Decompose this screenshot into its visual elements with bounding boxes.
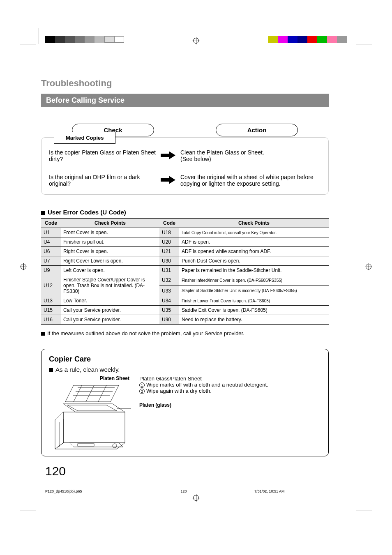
- step-number-icon: 1: [139, 382, 145, 388]
- svg-marker-11: [63, 412, 125, 443]
- error-codes-heading: User Error Codes (U Code): [41, 209, 329, 216]
- marked-copies-box: Marked Copies Is the copier Platen Glass…: [41, 137, 329, 195]
- bullet-icon: [41, 332, 45, 336]
- platen-glass-sheet-label: Platen Glass/Platen Sheet: [139, 375, 321, 382]
- table-header-row: Code Check Points Code Check Points: [41, 219, 329, 228]
- crop-mark-bl: [20, 511, 36, 527]
- bullet-icon: [49, 368, 53, 372]
- registration-mark-left: [20, 263, 27, 270]
- footer-page: 120: [138, 489, 230, 493]
- question-text: Is the original an OHP film or a dark or…: [49, 174, 156, 187]
- th-code: Code: [41, 219, 61, 228]
- table-row: U9Left Cover is open.U31Paper is remaine…: [41, 266, 329, 275]
- footer: P120_dp4510(pb).p65 120 7/31/02, 10:51 A…: [45, 489, 347, 493]
- footer-file: P120_dp4510(pb).p65: [45, 489, 138, 493]
- platen-sheet-label: Platen Sheet: [49, 375, 131, 381]
- table-row: U13Low Toner.U34Finisher Lower Front Cov…: [41, 296, 329, 306]
- th-checkpoints: Check Points: [61, 219, 159, 228]
- table-row: U12Finisher Staple Cover/Upper Cover is …: [41, 275, 329, 286]
- table-row: U15Call your Service provider.U35Saddle …: [41, 306, 329, 315]
- crop-mark-br: [356, 511, 372, 527]
- svg-marker-14: [69, 443, 123, 447]
- qa-row: Is the original an OHP film or a dark or…: [49, 174, 321, 187]
- arrow-icon: [156, 151, 180, 161]
- table-row: U6Right Cover is open.U21ADF is opened w…: [41, 247, 329, 256]
- colorbar-color: [268, 36, 347, 43]
- svg-marker-1: [161, 176, 175, 184]
- crop-mark-tr: [356, 28, 372, 44]
- table-row: U16Call your Service provider.U90Need to…: [41, 315, 329, 325]
- registration-mark-top: [192, 37, 200, 44]
- page-number: 120: [45, 464, 66, 478]
- page-content: Troubleshooting Before Calling Service C…: [41, 78, 329, 456]
- copier-care-body: Platen Sheet: [49, 375, 321, 452]
- th-code: Code: [159, 219, 179, 228]
- qa-row: Is the copier Platen Glass or Platen She…: [49, 149, 321, 162]
- registration-mark-bottom: [192, 494, 200, 502]
- copier-svg-icon: [49, 381, 131, 451]
- colorbar-grayscale: [45, 36, 124, 43]
- copier-care-rule: As a rule, clean weekly.: [49, 366, 321, 373]
- svg-rect-16: [78, 444, 94, 446]
- step-2: 2Wipe again with a dry cloth.: [139, 388, 321, 394]
- action-text: Cover the original with a sheet of white…: [180, 174, 321, 187]
- table-row: U1Front Cover is open.U18Total Copy Coun…: [41, 228, 329, 237]
- copier-illustration: Platen Sheet: [49, 375, 131, 452]
- question-text: Is the copier Platen Glass or Platen She…: [49, 149, 156, 162]
- platen-glass-label: Platen (glass): [139, 402, 321, 408]
- copier-care-heading: Copier Care: [49, 355, 321, 364]
- registration-mark-right: [365, 263, 372, 270]
- error-codes-table: Code Check Points Code Check Points U1Fr…: [41, 218, 329, 325]
- service-note: If the measures outlined above do not so…: [41, 330, 329, 336]
- copier-care-instructions: Platen Glass/Platen Sheet 1Wipe marks of…: [131, 375, 321, 452]
- svg-line-8: [98, 385, 106, 402]
- step-number-icon: 2: [139, 389, 145, 394]
- table-row: U7Right Cover Lower is open.U30Punch Dus…: [41, 256, 329, 266]
- svg-marker-10: [67, 405, 117, 411]
- copier-care-box: Copier Care As a rule, clean weekly. Pla…: [41, 349, 329, 456]
- section-title: Troubleshooting: [41, 78, 329, 89]
- section-bar: Before Calling Service: [41, 94, 329, 107]
- action-pill: Action: [216, 124, 298, 136]
- marked-copies-label: Marked Copies: [54, 132, 115, 144]
- th-checkpoints: Check Points: [179, 219, 329, 228]
- crop-mark-tl: [20, 28, 36, 44]
- svg-point-15: [113, 444, 117, 448]
- action-text: Clean the Platen Glass or Sheet. (See be…: [180, 149, 321, 162]
- svg-marker-0: [161, 151, 175, 159]
- step-1: 1Wipe marks off with a cloth and a neutr…: [139, 382, 321, 388]
- arrow-icon: [156, 176, 180, 185]
- svg-marker-2: [65, 385, 119, 402]
- footer-date: 7/31/02, 10:51 AM: [230, 489, 347, 493]
- svg-line-6: [74, 385, 82, 402]
- table-row: U4Finisher is pull out.U20ADF is open.: [41, 237, 329, 247]
- svg-line-7: [86, 385, 94, 402]
